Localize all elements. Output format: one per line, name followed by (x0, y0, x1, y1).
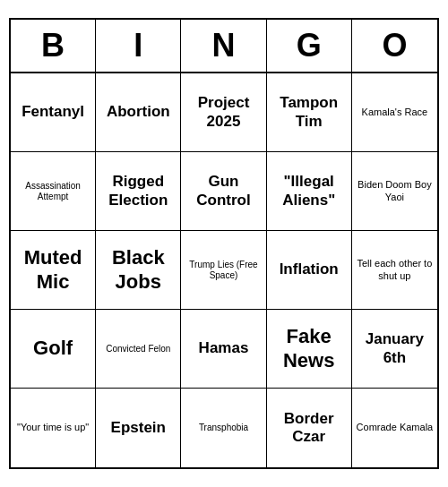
cell-label: Convicted Felon (106, 344, 170, 355)
bingo-cell[interactable]: Hamas (181, 310, 266, 389)
cell-label: Abortion (107, 103, 170, 121)
bingo-card: BINGO FentanylAbortionProject 2025Tampon… (9, 18, 439, 469)
cell-label: Comrade Kamala (357, 422, 434, 433)
bingo-cell[interactable]: Comrade Kamala (352, 389, 437, 467)
bingo-cell[interactable]: "Illegal Aliens" (267, 152, 352, 231)
cell-label: Inflation (280, 261, 339, 278)
bingo-cell[interactable]: Golf (11, 310, 96, 389)
cell-label: "Illegal Aliens" (271, 173, 348, 209)
bingo-cell[interactable]: Fake News (267, 310, 352, 389)
bingo-cell[interactable]: Abortion (96, 73, 181, 152)
cell-label: Tell each other to shut up (356, 258, 434, 281)
bingo-cell[interactable]: Convicted Felon (96, 310, 181, 389)
bingo-cell[interactable]: Inflation (267, 231, 352, 310)
bingo-cell[interactable]: Transphobia (181, 389, 266, 467)
bingo-cell[interactable]: Tampon Tim (267, 73, 352, 152)
cell-label: Tampon Tim (271, 94, 348, 131)
cell-label: Transphobia (199, 423, 248, 433)
bingo-cell[interactable]: Fentanyl (11, 73, 96, 152)
bingo-cell[interactable]: Assassination Attempt (11, 152, 96, 231)
cell-label: Rigged Election (99, 173, 177, 209)
cell-label: "Your time is up" (17, 422, 89, 433)
cell-label: Hamas (199, 339, 249, 357)
header-letter: O (352, 20, 437, 72)
bingo-cell[interactable]: Border Czar (267, 389, 352, 467)
bingo-cell[interactable]: Gun Control (181, 152, 266, 231)
cell-label: Trump Lies (Free Space) (185, 260, 262, 281)
bingo-cell[interactable]: Trump Lies (Free Space) (181, 231, 266, 310)
bingo-cell[interactable]: Epstein (96, 389, 181, 467)
bingo-grid: FentanylAbortionProject 2025Tampon TimKa… (11, 73, 437, 467)
bingo-cell[interactable]: Kamala's Race (352, 73, 437, 152)
header-letter: N (181, 20, 266, 72)
cell-label: Black Jobs (99, 246, 177, 294)
bingo-cell[interactable]: Biden Doom Boy Yaoi (352, 152, 437, 231)
cell-label: Fentanyl (22, 103, 84, 121)
cell-label: Biden Doom Boy Yaoi (356, 179, 434, 202)
cell-label: Fake News (271, 325, 348, 372)
header-letter: B (11, 20, 96, 72)
bingo-cell[interactable]: Rigged Election (96, 152, 181, 231)
bingo-cell[interactable]: Muted Mic (11, 231, 96, 310)
cell-label: Muted Mic (14, 246, 91, 294)
bingo-header: BINGO (11, 20, 437, 73)
cell-label: Assassination Attempt (14, 181, 91, 202)
bingo-cell[interactable]: January 6th (352, 310, 437, 389)
cell-label: Border Czar (271, 410, 348, 447)
header-letter: I (96, 20, 181, 72)
cell-label: Epstein (111, 419, 166, 437)
cell-label: Kamala's Race (362, 107, 428, 118)
cell-label: Golf (33, 337, 73, 360)
bingo-cell[interactable]: Black Jobs (96, 231, 181, 310)
cell-label: Gun Control (185, 173, 262, 209)
cell-label: January 6th (356, 330, 434, 367)
bingo-cell[interactable]: Project 2025 (181, 73, 266, 152)
header-letter: G (267, 20, 352, 72)
bingo-cell[interactable]: "Your time is up" (11, 389, 96, 467)
bingo-cell[interactable]: Tell each other to shut up (352, 231, 437, 310)
cell-label: Project 2025 (185, 94, 262, 131)
